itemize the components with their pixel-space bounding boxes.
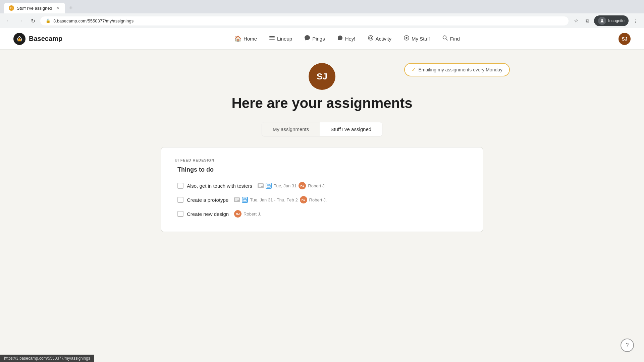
tab-title: Stuff I've assigned [17,6,52,11]
things-to-do-label: Things to do [175,166,469,173]
svg-rect-13 [259,186,261,187]
bookmark-button[interactable]: ☆ [571,16,581,25]
main-content: ✓ Emailing my assignments every Monday S… [121,50,523,245]
task-checkbox-2[interactable] [177,197,183,203]
task-name-2: Create a prototype [187,197,228,203]
task-date-2: Tue, Jan 31 - Thu, Feb 2 [250,197,298,202]
nav-item-activity[interactable]: Activity [362,32,397,45]
assignee-name-2: Robert J. [309,197,327,202]
nav-item-lineup[interactable]: Lineup [264,32,298,45]
nav-item-hey-label: Hey! [345,36,356,42]
toolbar-right: ☆ ⧉ Incognito ⋮ [571,15,640,26]
split-screen-button[interactable]: ⧉ [583,16,592,25]
nav-item-pings-label: Pings [312,36,325,42]
svg-point-6 [370,37,372,39]
tabs: My assignments Stuff I've assigned [262,122,382,136]
home-icon: 🏠 [234,35,241,42]
nav-item-mystuff-label: My Stuff [412,36,430,42]
new-tab-button[interactable]: + [66,3,76,13]
nav-item-hey[interactable]: Hey! [332,32,361,45]
svg-rect-11 [259,184,263,185]
browser-chrome: B Stuff I've assigned ✕ + ← → ↻ 🔒 3.base… [0,0,644,28]
nav-item-mystuff[interactable]: My Stuff [398,32,435,45]
user-avatar-large: SJ [309,63,335,90]
tab-stuff-ive-assigned[interactable]: Stuff I've assigned [320,122,382,136]
nav-items: 🏠 Home Lineup Pings Hey! [76,32,619,45]
browser-tab[interactable]: B Stuff I've assigned ✕ [4,3,65,13]
calendar-icon-2 [242,197,248,203]
svg-rect-2 [269,36,275,37]
nav-item-activity-label: Activity [376,36,392,42]
logo-text: Basecamp [29,35,62,43]
nav-item-lineup-label: Lineup [277,36,292,42]
nav-item-home[interactable]: 🏠 Home [229,33,262,45]
svg-point-5 [368,36,373,40]
status-url: https://3.basecamp.com/5550377/my/assign… [4,356,90,361]
svg-point-0 [601,19,603,21]
logo[interactable]: Basecamp [13,33,62,45]
page-title: Here are your assignments [134,95,510,111]
email-badge-text: Emailing my assignments every Monday [418,67,502,72]
address-text: 3.basecamp.com/5550377/my/assignings [53,18,133,23]
tab-my-assignments[interactable]: My assignments [262,122,320,136]
nav-item-find[interactable]: Find [437,32,465,45]
section-label: UI FEED REDESIGN [175,158,469,162]
svg-rect-21 [235,200,237,201]
svg-rect-14 [267,184,271,188]
incognito-label: Incognito [608,18,625,23]
task-meta-1: Tue, Jan 31 RJ Robert J. [258,182,326,189]
calendar-icon-1 [266,183,272,189]
task-name-1: Also, get in touch with testers [187,183,252,189]
task-date-1: Tue, Jan 31 [274,183,297,188]
svg-rect-4 [269,39,275,40]
note-icon-1 [258,183,264,188]
assignee-avatar-1: RJ [299,182,306,189]
app-content: Basecamp 🏠 Home Lineup Pings [0,28,644,362]
assignee-avatar-2: RJ [300,196,307,203]
status-bar: https://3.basecamp.com/5550377/my/assign… [0,355,94,362]
svg-line-10 [446,39,447,41]
nav-item-find-label: Find [450,36,460,42]
svg-rect-19 [235,198,239,199]
help-button[interactable]: ? [621,339,634,352]
user-avatar-nav[interactable]: SJ [619,33,631,45]
reload-button[interactable]: ↻ [28,16,38,25]
find-icon [442,35,448,43]
assignee-name-3: Robert J. [244,212,261,217]
hey-icon [337,35,343,43]
task-item: Also, get in touch with testers Tue, Jan… [175,179,469,193]
lock-icon: 🔒 [46,18,51,23]
svg-rect-3 [269,38,275,38]
tab-close-button[interactable]: ✕ [55,5,60,11]
note-icon-2 [234,197,240,202]
tabs-container: My assignments Stuff I've assigned [134,122,510,136]
nav-item-home-label: Home [244,36,257,42]
mystuff-icon [404,35,410,43]
menu-button[interactable]: ⋮ [631,16,640,25]
task-item: Create new design RJ Robert J. [175,207,469,221]
address-bar[interactable]: 🔒 3.basecamp.com/5550377/my/assignings [40,16,569,25]
lineup-icon [269,35,275,43]
top-nav: Basecamp 🏠 Home Lineup Pings [0,28,644,50]
task-checkbox-3[interactable] [177,211,183,217]
browser-titlebar: B Stuff I've assigned ✕ + [0,0,644,13]
svg-rect-22 [243,198,247,202]
back-button[interactable]: ← [4,16,13,25]
task-meta-2: Tue, Jan 31 - Thu, Feb 2 RJ Robert J. [234,196,327,203]
task-name-3: Create new design [187,211,229,217]
assignee-name-1: Robert J. [308,183,326,188]
forward-button[interactable]: → [16,16,25,25]
svg-point-8 [406,37,407,39]
pings-icon [304,35,310,43]
task-item: Create a prototype Tue, Jan 31 - Thu, Fe… [175,193,469,207]
email-badge[interactable]: ✓ Emailing my assignments every Monday [404,63,510,76]
svg-rect-12 [259,185,263,186]
task-meta-3: RJ Robert J. [234,210,261,218]
task-checkbox-1[interactable] [177,183,183,189]
svg-rect-20 [235,199,239,200]
nav-item-pings[interactable]: Pings [299,32,330,45]
browser-toolbar: ← → ↻ 🔒 3.basecamp.com/5550377/my/assign… [0,13,644,28]
email-check-icon: ✓ [412,67,416,72]
incognito-button[interactable]: Incognito [594,15,629,26]
tab-favicon: B [9,5,14,11]
